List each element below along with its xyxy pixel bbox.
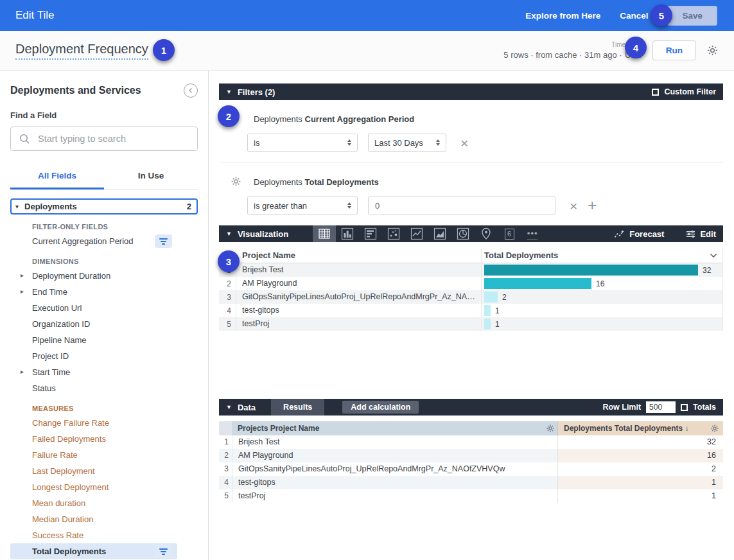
run-button[interactable]: Run: [652, 40, 696, 60]
cell-total-deployments: 1: [557, 476, 723, 489]
value-bar: [484, 319, 491, 329]
add-filter-value-icon[interactable]: +: [588, 198, 597, 213]
filter-icon[interactable]: [155, 234, 172, 248]
field-failure-rate[interactable]: Failure Rate: [10, 447, 177, 463]
viz-col-total-deployments[interactable]: Total Deployments: [481, 248, 723, 263]
field-project-id[interactable]: Project ID: [10, 348, 177, 364]
row-limit-input[interactable]: [646, 401, 676, 413]
field-picker-sidebar: Deployments and Services Find a Field Al…: [0, 71, 209, 560]
totals-label: Totals: [693, 403, 716, 412]
filter-field-prefix: Deployments: [254, 177, 302, 187]
area-chart-icon[interactable]: [428, 225, 451, 242]
field-success-rate[interactable]: Success Rate: [10, 527, 177, 543]
field-current-aggregation-period[interactable]: Current Aggregation Period: [10, 233, 177, 249]
data-col-project-name[interactable]: Projects Project Name: [232, 421, 557, 435]
field-mean-duration[interactable]: Mean duration: [10, 495, 177, 511]
filter-gear-icon[interactable]: [231, 176, 241, 187]
viz-collapse-caret-icon[interactable]: ▼: [226, 231, 232, 237]
viz-row[interactable]: 5 testProj 1: [219, 317, 723, 331]
field-total-deployments[interactable]: Total Deployments: [10, 543, 177, 559]
field-organization-id[interactable]: Organization ID: [10, 316, 177, 332]
bar-chart-icon[interactable]: [359, 225, 382, 242]
visualization-table: Project Name Total Deployments 1 Brijesh…: [219, 248, 723, 331]
viz-row[interactable]: 4 test-gitops 1: [219, 304, 723, 317]
settings-gear-icon[interactable]: [706, 44, 719, 57]
collapse-sidebar-icon[interactable]: [184, 83, 198, 98]
field-label: Change Failure Rate: [32, 418, 109, 428]
field-last-deployment[interactable]: Last Deployment: [10, 463, 177, 479]
column-menu-chevron-icon[interactable]: [710, 253, 717, 258]
viz-row[interactable]: 2 AM Playground 16: [219, 277, 723, 290]
remove-filter-icon[interactable]: ×: [460, 136, 468, 150]
filter-2-field-label: Deployments Total Deployments: [254, 177, 723, 187]
annotation-badge-3: 3: [218, 250, 240, 272]
field-longest-deployment[interactable]: Longest Deployment: [10, 479, 177, 495]
column-gear-icon[interactable]: [710, 424, 719, 433]
search-input[interactable]: [38, 134, 189, 144]
filter-1-value-select[interactable]: Last 30 Days: [368, 134, 446, 152]
field-search-box[interactable]: [10, 127, 198, 151]
deployments-group-row[interactable]: ▾ Deployments 2: [10, 198, 198, 214]
table-chart-icon[interactable]: [313, 225, 336, 242]
filter-1-operator-select[interactable]: is: [247, 134, 358, 152]
totals-checkbox[interactable]: [681, 404, 688, 411]
page-title[interactable]: Deployment Frequency: [15, 42, 148, 60]
results-tab[interactable]: Results: [271, 399, 324, 416]
explore-from-here-link[interactable]: Explore from Here: [525, 11, 600, 21]
topbar-actions: Explore from Here Cancel Save: [525, 6, 717, 26]
edit-viz-button[interactable]: Edit: [686, 229, 716, 239]
row-number: 1: [219, 435, 232, 449]
viz-row[interactable]: 3 GitOpsSanityPipeLinesAutoProj_UpRelRep…: [219, 290, 723, 304]
data-row[interactable]: 2 AM Playground 16: [219, 449, 723, 462]
data-col-total-deployments[interactable]: Deployments Total Deployments ↓: [557, 421, 723, 435]
forecast-button[interactable]: Forecast: [614, 229, 664, 239]
field-change-failure-rate[interactable]: Change Failure Rate: [10, 415, 177, 431]
filter-2-operator-select[interactable]: is greater than: [247, 197, 358, 214]
cell-project-name: GitOpsSanityPipeLinesAutoProj_UpRelRepoA…: [236, 290, 481, 304]
filters-collapse-caret-icon[interactable]: ▼: [226, 89, 232, 95]
field-end-time[interactable]: ▸End Time: [10, 284, 177, 300]
line-chart-icon[interactable]: [405, 225, 428, 242]
value-bar: [484, 305, 491, 316]
field-tabs: All Fields In Use: [10, 164, 198, 190]
map-pin-icon[interactable]: [475, 225, 498, 242]
tab-all-fields[interactable]: All Fields: [10, 164, 104, 189]
expand-caret-icon[interactable]: ▸: [21, 288, 24, 295]
filter-field-name: Total Deployments: [305, 177, 379, 187]
field-pipeline-name[interactable]: Pipeline Name: [10, 332, 177, 348]
filter-icon[interactable]: [155, 545, 172, 558]
data-row[interactable]: 3 GitOpsSanityPipeLinesAutoProj_UpRelRep…: [219, 462, 723, 476]
field-failed-deployments[interactable]: Failed Deployments: [10, 431, 177, 447]
scatter-chart-icon[interactable]: [382, 225, 405, 242]
add-calculation-button[interactable]: Add calculation: [342, 401, 419, 414]
cancel-button[interactable]: Cancel: [620, 11, 648, 21]
expand-caret-icon[interactable]: ▸: [21, 368, 24, 375]
remove-filter-icon[interactable]: ×: [570, 199, 577, 213]
bar-value-label: 1: [495, 320, 500, 329]
data-collapse-caret-icon[interactable]: ▼: [226, 404, 232, 410]
pie-chart-icon[interactable]: [451, 225, 475, 242]
tab-in-use[interactable]: In Use: [104, 164, 198, 189]
column-gear-icon[interactable]: [546, 424, 555, 433]
viz-row[interactable]: 1 Brijesh Test 32: [219, 263, 723, 277]
field-execution-url[interactable]: Execution Url: [10, 300, 177, 316]
filter-field-name: Current Aggregation Period: [305, 114, 415, 124]
field-start-time[interactable]: ▸Start Time: [10, 364, 177, 380]
selected-operator: is greater than: [254, 201, 307, 211]
save-button[interactable]: Save: [667, 6, 717, 26]
find-field-label: Find a Field: [10, 110, 198, 120]
column-chart-icon[interactable]: [336, 225, 359, 242]
single-value-icon[interactable]: 6: [498, 225, 521, 242]
data-row[interactable]: 5 testProj 1: [219, 489, 723, 503]
field-median-duration[interactable]: Median Duration: [10, 511, 177, 527]
field-deployment-duration[interactable]: ▸Deployment Duration: [10, 268, 177, 284]
viz-col-project-name[interactable]: Project Name: [236, 248, 481, 263]
viz-type-picker: 6 •••: [313, 225, 544, 242]
expand-caret-icon[interactable]: ▸: [21, 272, 24, 279]
field-status[interactable]: Status: [10, 380, 177, 396]
data-row[interactable]: 4 test-gitops 1: [219, 476, 723, 489]
custom-filter-checkbox[interactable]: [652, 89, 659, 96]
filter-2-value-input[interactable]: [368, 197, 555, 214]
data-row[interactable]: 1 Brijesh Test 32: [219, 435, 723, 449]
more-viz-types-icon[interactable]: •••: [521, 225, 544, 242]
